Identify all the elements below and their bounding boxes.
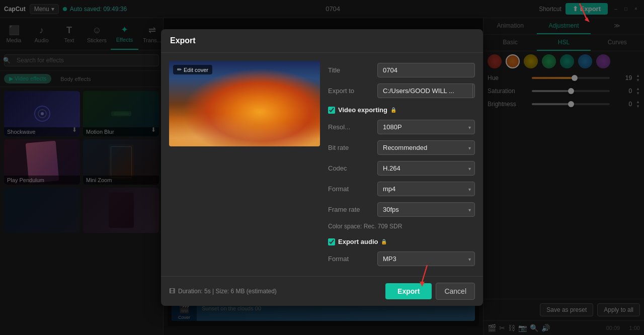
codec-field-row: Codec H.264 ▾ [328, 159, 475, 178]
svg-marker-8 [420, 282, 425, 287]
color-space-label: Color space: Rec. 709 SDR [328, 221, 475, 232]
framerate-select-wrap: 30fps ▾ [377, 202, 475, 217]
codec-label: Codec [328, 164, 373, 172]
svg-marker-1 [585, 17, 590, 22]
resolution-select[interactable]: 1080P [377, 120, 475, 134]
clouds-overlay [169, 95, 320, 146]
video-export-checkbox[interactable] [328, 107, 335, 114]
dialog-body: ✏ Edit cover Title Export to 📁 [161, 53, 483, 276]
video-format-select[interactable]: mp4 [377, 182, 475, 196]
framerate-label: Frame rate [328, 206, 373, 213]
folder-icon[interactable]: 📁 [472, 84, 475, 98]
export-dialog: Export ✏ Edit cover Title [161, 29, 483, 306]
bitrate-field-row: Bit rate Recommended ▾ [328, 138, 475, 157]
lock-icon: 🔒 [390, 107, 396, 113]
dialog-overlay: Export ✏ Edit cover Title [0, 0, 644, 335]
lock-icon-audio: 🔒 [381, 239, 387, 244]
audio-export-checkbox[interactable] [328, 238, 335, 245]
title-input[interactable] [377, 63, 475, 77]
dialog-title: Export [161, 29, 483, 53]
export-to-field-row: Export to 📁 [328, 81, 475, 100]
codec-select[interactable]: H.264 [377, 161, 475, 176]
bitrate-label: Bit rate [328, 144, 373, 151]
dialog-footer-actions: Export Cancel [385, 283, 475, 300]
dialog-cancel-button[interactable]: Cancel [436, 283, 475, 300]
title-field-row: Title [328, 61, 475, 79]
framerate-select[interactable]: 30fps [377, 202, 475, 217]
export-arrow-indicator [559, 1, 590, 26]
framerate-field-row: Frame rate 30fps ▾ [328, 200, 475, 219]
film-strip-icon: 🎞 [169, 288, 175, 295]
preview-thumbnail: ✏ Edit cover [169, 61, 320, 146]
codec-select-wrap: H.264 ▾ [377, 161, 475, 176]
edit-cover-button[interactable]: ✏ Edit cover [173, 65, 212, 74]
pencil-icon: ✏ [177, 66, 182, 73]
dialog-fields: Title Export to 📁 Video exporting 🔒 [328, 61, 475, 268]
resolution-label: Resol... [328, 123, 373, 131]
dialog-preview: ✏ Edit cover [169, 61, 320, 268]
export-path-field: 📁 [377, 83, 475, 98]
bitrate-select[interactable]: Recommended [377, 140, 475, 155]
export-path-input[interactable] [378, 84, 472, 98]
file-info: 🎞 Duration: 5s | Size: 6 MB (estimated) [169, 288, 277, 295]
bitrate-select-wrap: Recommended ▾ [377, 140, 475, 155]
title-label: Title [328, 66, 373, 74]
resolution-field-row: Resol... 1080P ▾ [328, 118, 475, 136]
export-btn-arrow [410, 263, 435, 288]
audio-format-label: Format [328, 255, 373, 263]
video-format-select-wrap: mp4 ▾ [377, 182, 475, 196]
audio-format-field-row: Format MP3 ▾ [328, 249, 475, 268]
video-section-header: Video exporting 🔒 [328, 102, 475, 116]
svg-line-7 [422, 265, 427, 282]
dialog-footer: 🎞 Duration: 5s | Size: 6 MB (estimated) … [161, 276, 483, 306]
resolution-select-wrap: 1080P ▾ [377, 120, 475, 134]
format-field-row: Format mp4 ▾ [328, 180, 475, 198]
video-format-label: Format [328, 185, 373, 193]
export-to-label: Export to [328, 87, 373, 95]
audio-section-header: Export audio 🔒 [328, 234, 475, 247]
svg-line-0 [580, 4, 587, 20]
